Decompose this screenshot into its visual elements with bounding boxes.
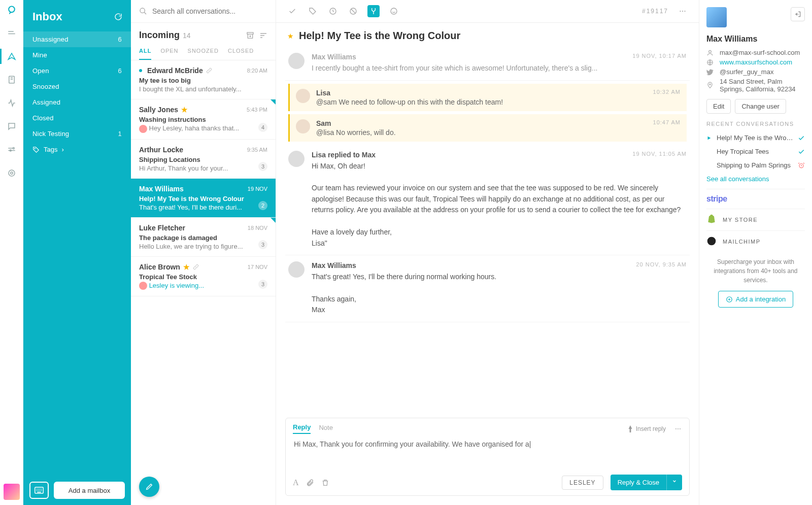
check-icon[interactable] [286, 5, 298, 17]
delete-icon[interactable] [321, 479, 329, 487]
edit-button[interactable]: Edit [706, 99, 731, 114]
svg-point-2 [13, 148, 14, 149]
emoji-icon[interactable] [388, 5, 400, 17]
format-icon[interactable]: A [293, 478, 299, 487]
list-tab-open[interactable]: OPEN [160, 48, 178, 60]
more-icon[interactable] [676, 5, 689, 17]
add-integration-button[interactable]: Add a integration [718, 291, 793, 308]
conversation-item[interactable]: Max Williams19 NOV Help! My Tee is the W… [131, 179, 276, 218]
search-bar[interactable] [131, 0, 276, 23]
list-tab-snoozed[interactable]: SNOOZED [188, 48, 219, 60]
message[interactable]: Max Williams19 NOV, 10:17 AMI recently b… [285, 47, 690, 81]
star-icon[interactable]: ★ [287, 32, 294, 40]
svg-point-5 [10, 172, 13, 175]
message[interactable]: Max Williams20 NOV, 9:35 AMThat's great!… [285, 255, 690, 322]
conversation-item[interactable]: Luke Fletcher18 NOV The package is damag… [131, 218, 276, 257]
nav-activity-icon[interactable] [0, 91, 23, 115]
sidebar-item-unassigned[interactable]: Unassigned6 [23, 31, 131, 47]
sidebar-item-assigned[interactable]: Assigned [23, 94, 131, 110]
insert-reply[interactable]: Insert reply [628, 425, 666, 432]
profile-name: Max Williams [706, 35, 805, 44]
archive-icon[interactable] [246, 31, 254, 40]
composer-tab-reply[interactable]: Reply [293, 423, 311, 434]
list-tab-closed[interactable]: CLOSED [228, 48, 254, 60]
profile-email: max@max-surf-school.com [706, 49, 805, 56]
integration-mailchimp[interactable]: MAILCHIMP [706, 230, 805, 252]
svg-point-23 [707, 237, 716, 246]
compose-button[interactable] [139, 477, 159, 497]
ticket-title: Help! My Tee is the Wrong Colour [299, 30, 460, 42]
main-column: #19117 ★ Help! My Tee is the Wrong Colou… [276, 0, 699, 505]
composer-input[interactable]: Hi Max, Thank you for confirming your av… [293, 434, 682, 475]
svg-point-16 [675, 428, 676, 429]
refresh-icon[interactable] [114, 12, 123, 21]
nav-hamburger-icon[interactable] [0, 21, 23, 45]
profile-panel: Max Williams max@max-surf-school.com www… [699, 0, 812, 505]
svg-rect-9 [247, 32, 253, 34]
profile-website[interactable]: www.maxsurfschool.com [706, 58, 805, 66]
send-dropdown[interactable] [666, 475, 682, 490]
keyboard-shortcuts-button[interactable] [29, 482, 49, 499]
sidebar-item-closed[interactable]: Closed [23, 110, 131, 126]
search-icon [139, 7, 147, 15]
recent-conversation[interactable]: Shipping to Palm Springs [706, 158, 805, 172]
sidebar-item-snoozed[interactable]: Snoozed [23, 79, 131, 94]
assigned-user[interactable]: LESLEY [562, 476, 603, 490]
nav-target-icon[interactable] [0, 161, 23, 185]
merge-icon[interactable] [367, 5, 380, 17]
twitter-icon [706, 69, 715, 76]
sidebar: Inbox Unassigned6MineOpen6SnoozedAssigne… [23, 0, 131, 505]
list-tab-all[interactable]: ALL [139, 48, 151, 60]
svg-point-17 [678, 428, 679, 429]
sidebar-item-mine[interactable]: Mine [23, 47, 131, 63]
conversation-item[interactable]: Arthur Locke9:35 AM Shipping Locations H… [131, 140, 276, 179]
sidebar-tags[interactable]: Tags › [23, 142, 131, 157]
recent-conversations-label: RECENT CONVERSATIONS [706, 121, 805, 127]
current-user-avatar[interactable] [4, 484, 20, 500]
tags-label: Tags [44, 146, 57, 153]
chevron-right-icon: › [61, 146, 63, 153]
sort-icon[interactable] [259, 31, 267, 40]
globe-icon [706, 59, 715, 66]
conversation-item[interactable]: Edward McBride 8:20 AM My tee is too big… [131, 60, 276, 99]
composer-tab-note[interactable]: Note [319, 424, 332, 433]
svg-point-12 [391, 8, 397, 14]
integrations-promo: Supercharge your inbox with integrations… [706, 257, 805, 285]
composer-more-icon[interactable] [674, 425, 682, 433]
change-user-button[interactable]: Change user [735, 99, 786, 114]
profile-address: 14 Sand Street, Palm Springs, California… [706, 78, 805, 93]
svg-point-14 [682, 11, 683, 12]
send-button[interactable]: Reply & Close [611, 475, 666, 490]
nav-chat-icon[interactable] [0, 115, 23, 138]
message[interactable]: Lisa replied to Max19 NOV, 11:05 AMHi Ma… [285, 145, 690, 256]
nav-docs-icon[interactable] [0, 68, 23, 91]
icon-rail [0, 0, 23, 505]
user-icon [706, 49, 715, 56]
svg-point-6 [35, 148, 35, 149]
sidebar-item-nick-testing[interactable]: Nick Testing1 [23, 126, 131, 142]
shopify-icon [706, 214, 718, 225]
conversation-item[interactable]: Alice Brown ★ 17 NOV Tropical Tee Stock … [131, 257, 276, 297]
sidebar-title: Inbox [32, 10, 62, 23]
add-mailbox-button[interactable]: Add a mailbox [54, 482, 125, 499]
conversation-item[interactable]: Sally Jones ★5:43 PM Washing instruction… [131, 99, 276, 140]
nav-sliders-icon[interactable] [0, 138, 23, 161]
recent-conversation[interactable]: Help! My Tee is the Wron... [706, 131, 805, 145]
spam-icon[interactable] [347, 5, 359, 17]
sidebar-item-open[interactable]: Open6 [23, 63, 131, 79]
integration-stripe[interactable]: stripe [706, 189, 805, 209]
composer: Reply Note Insert reply Hi Max, Thank yo… [285, 418, 690, 496]
snooze-icon[interactable] [327, 5, 339, 17]
nav-send-icon[interactable] [0, 45, 23, 68]
svg-point-15 [684, 11, 685, 12]
conversation-list-column: Incoming14 ALLOPENSNOOZEDCLOSED Edward M… [131, 0, 276, 505]
close-panel-icon[interactable] [791, 7, 805, 21]
svg-point-0 [9, 7, 15, 13]
list-title: Incoming14 [139, 30, 191, 41]
attachment-icon[interactable] [306, 479, 314, 487]
recent-conversation[interactable]: Hey Tropical Tees [706, 145, 805, 158]
see-all-link[interactable]: See all conversations [706, 175, 805, 183]
integration-mystore[interactable]: MY STORE [706, 209, 805, 230]
tag-icon[interactable] [307, 5, 319, 17]
search-input[interactable] [152, 7, 267, 15]
